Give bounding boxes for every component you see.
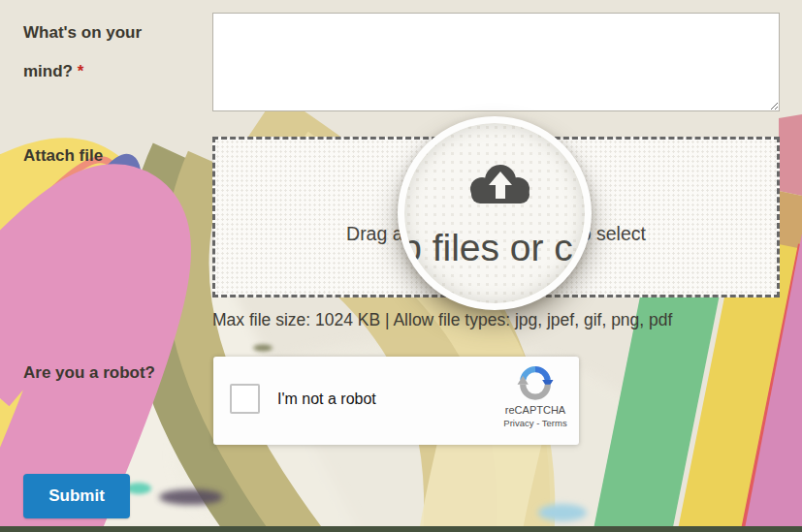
recaptcha-branding: reCAPTCHA Privacy - Terms [503, 363, 567, 428]
magnifier-lens: p files or c [398, 116, 592, 310]
cloud-upload-icon [463, 159, 538, 213]
required-asterisk: * [78, 62, 84, 80]
contact-form-page: What's on your mind? * Attach file Drag … [0, 0, 802, 532]
recaptcha-widget: I'm not a robot reCAPTCHA Privacy - Term… [213, 357, 579, 445]
message-label: What's on your mind? * [23, 14, 176, 91]
attach-file-label: Attach file [23, 146, 103, 166]
file-restrictions-text: Max file size: 1024 KB | Allow file type… [212, 310, 672, 330]
recaptcha-privacy-terms-links[interactable]: Privacy - Terms [503, 419, 567, 428]
submit-button[interactable]: Submit [23, 474, 130, 518]
recaptcha-brand-text: reCAPTCHA [503, 405, 567, 416]
recaptcha-logo-icon [517, 363, 554, 400]
magnified-dropzone-text: p files or c [401, 227, 573, 269]
recaptcha-checkbox-label: I'm not a robot [277, 391, 376, 408]
recaptcha-checkbox[interactable] [230, 384, 260, 414]
message-textarea[interactable] [212, 13, 780, 111]
robot-question-label: Are you a robot? [23, 363, 155, 383]
